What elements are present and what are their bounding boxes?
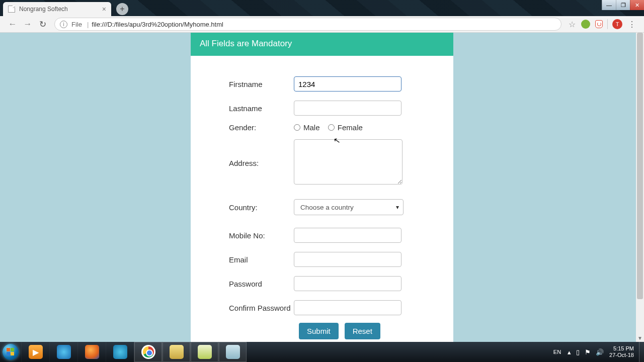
window-restore-button[interactable]: ❐ (616, 0, 630, 10)
nav-forward-button[interactable]: → (22, 19, 33, 30)
scroll-down-icon[interactable]: ▼ (636, 334, 644, 342)
tray-network-icon[interactable]: ⚑ (582, 348, 593, 356)
url-scheme: File (71, 21, 82, 28)
tray-time: 5:15 PM (609, 345, 634, 352)
windows-orb-icon (3, 344, 19, 360)
new-tab-button[interactable]: + (116, 3, 128, 15)
page-viewport: All Fields are Mandatory Firstname Lastn… (0, 33, 644, 342)
password-input[interactable] (294, 276, 401, 291)
taskbar-ie[interactable] (49, 342, 77, 362)
firefox-icon (85, 345, 99, 359)
label-firstname: Firstname (191, 80, 294, 88)
tray-volume-icon[interactable]: 🔊 (593, 348, 606, 356)
address-textarea[interactable] (294, 139, 403, 185)
mobile-input[interactable] (294, 228, 401, 243)
url-field[interactable]: i File | file:///D:/files/apu/3rd%20opti… (54, 18, 561, 31)
nav-back-button[interactable]: ← (7, 19, 18, 30)
bookmark-star-icon[interactable]: ☆ (569, 20, 576, 29)
tray-battery-icon[interactable]: ▯ (574, 348, 582, 356)
tab-title: Nongrang Softech (19, 6, 68, 13)
scrollbar-thumb[interactable] (637, 33, 643, 299)
label-gender: Gender: (191, 123, 294, 132)
toolbar-divider (607, 19, 608, 29)
window-close-button[interactable]: ✕ (630, 0, 644, 10)
tab-strip: Nongrang Softech × + — ❐ ✕ (0, 0, 644, 16)
taskbar-explorer[interactable] (162, 342, 190, 362)
tray-chevron-icon[interactable]: ▴ (565, 348, 574, 356)
show-desktop-button[interactable] (639, 342, 644, 362)
submit-button[interactable]: Submit (299, 323, 339, 339)
taskbar-chrome[interactable] (134, 342, 162, 362)
label-lastname: Lastname (191, 104, 294, 113)
ie-icon (57, 345, 71, 359)
page-icon (8, 6, 15, 13)
tab-close-icon[interactable]: × (102, 5, 106, 13)
country-select[interactable]: Choose a country (294, 199, 404, 215)
firstname-input[interactable] (294, 76, 401, 92)
tray-clock[interactable]: 5:15 PM 27-Oct-18 (606, 345, 639, 358)
window-minimize-button[interactable]: — (602, 0, 616, 10)
url-text: file:///D:/files/apu/3rd%20option/Myhome… (92, 21, 223, 28)
taskbar-sync[interactable] (106, 342, 134, 362)
email-input[interactable] (294, 252, 401, 267)
label-confirm-password: Confirm Password (191, 304, 294, 312)
folder-icon (170, 345, 184, 359)
nav-reload-button[interactable]: ↻ (37, 19, 48, 30)
label-country: Country: (191, 203, 294, 212)
notepadpp-icon (198, 345, 212, 359)
window-actions: — ❐ ✕ (602, 0, 644, 10)
profile-avatar-icon[interactable]: T (612, 19, 622, 29)
registration-form: All Fields are Mandatory Firstname Lastn… (191, 33, 453, 342)
gender-female-radio[interactable] (328, 124, 335, 131)
vertical-scrollbar[interactable]: ▲ ▼ (636, 33, 644, 342)
label-email: Email (191, 255, 294, 264)
extension-ublock-icon[interactable] (595, 20, 603, 28)
gender-male-label: Male (303, 123, 320, 132)
taskbar-notepadpp[interactable] (190, 342, 218, 362)
taskbar-sticky-notes[interactable] (218, 342, 247, 362)
chrome-menu-icon[interactable]: ⋮ (628, 20, 636, 29)
notes-icon (226, 345, 240, 359)
taskbar-media-player[interactable]: ▶ (21, 342, 49, 362)
tray-language[interactable]: EN (549, 349, 565, 355)
country-select-value: Choose a country (300, 204, 354, 211)
gender-male-radio[interactable] (294, 124, 300, 131)
start-button[interactable] (0, 342, 21, 362)
browser-tab-active[interactable]: Nongrang Softech × (3, 2, 111, 16)
label-address: Address: (191, 159, 294, 167)
form-header: All Fields are Mandatory (191, 33, 453, 56)
taskbar-firefox[interactable] (77, 342, 106, 362)
sync-icon (113, 345, 127, 359)
media-player-icon: ▶ (29, 345, 43, 359)
site-info-icon[interactable]: i (60, 21, 67, 28)
gender-female-label: Female (338, 123, 363, 132)
windows-taskbar: ▶ EN ▴ ▯ ⚑ 🔊 5:15 PM 27-Oct-18 (0, 342, 644, 362)
chrome-icon (141, 345, 155, 359)
reset-button[interactable]: Reset (345, 323, 380, 339)
address-bar: ← → ↻ i File | file:///D:/files/apu/3rd%… (0, 16, 644, 33)
label-password: Password (191, 280, 294, 288)
tray-date: 27-Oct-18 (609, 352, 634, 358)
extension-adguard-icon[interactable] (581, 20, 590, 29)
system-tray: EN ▴ ▯ ⚑ 🔊 5:15 PM 27-Oct-18 (549, 342, 644, 362)
lastname-input[interactable] (294, 101, 401, 116)
label-mobile: Mobile No: (191, 231, 294, 240)
confirm-password-input[interactable] (294, 300, 401, 315)
